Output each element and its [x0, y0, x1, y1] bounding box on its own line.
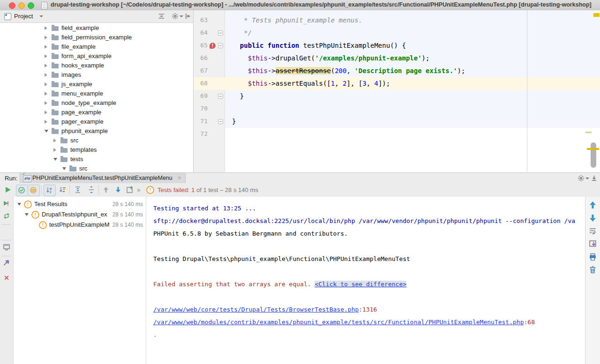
- project-tree-item[interactable]: hooks_example: [0, 61, 193, 70]
- up-stacktrace-icon[interactable]: [589, 201, 597, 209]
- code-line: * Tests phpunit_example menus.: [232, 14, 362, 27]
- show-passed-toggle[interactable]: [16, 185, 28, 196]
- tree-item-label: images: [61, 71, 81, 78]
- console-link[interactable]: /var/www/web/modules/contrib/examples/ph…: [153, 319, 524, 326]
- close-window-button[interactable]: [9, 2, 15, 9]
- project-tree-item[interactable]: js_example: [0, 80, 193, 89]
- show-ignored-toggle[interactable]: [28, 185, 40, 196]
- rerun-icon[interactable]: [3, 212, 10, 220]
- project-tree-item[interactable]: images: [0, 70, 193, 80]
- chevron-collapsed-icon[interactable]: [53, 139, 56, 142]
- chevron-collapsed-icon[interactable]: [45, 54, 47, 58]
- expand-all-icon[interactable]: [73, 185, 83, 195]
- project-tree-item[interactable]: page_example: [0, 108, 193, 117]
- code-token: [232, 80, 248, 87]
- previous-failed-test-icon[interactable]: [101, 185, 112, 195]
- next-failed-test-icon[interactable]: [113, 185, 124, 195]
- code-token: 1: [331, 80, 335, 87]
- chevron-collapsed-icon[interactable]: [45, 73, 47, 77]
- sort-by-duration-icon[interactable]: [57, 185, 68, 195]
- failed-test-gutter-icon[interactable]: !: [210, 43, 216, 49]
- project-tree-item[interactable]: src: [0, 136, 193, 145]
- pin-tab-icon[interactable]: [3, 259, 10, 267]
- chevron-collapsed-icon[interactable]: [53, 148, 56, 152]
- import-test-results-icon[interactable]: [125, 185, 135, 195]
- project-tree-item[interactable]: templates: [0, 145, 193, 155]
- close-tab-icon[interactable]: ×: [178, 174, 181, 181]
- down-stacktrace-icon[interactable]: [589, 214, 597, 222]
- fold-marker-icon[interactable]: [218, 43, 223, 48]
- console-text: :68: [524, 319, 535, 326]
- more-actions-icon[interactable]: »: [137, 186, 141, 193]
- project-tree-item[interactable]: src: [0, 164, 193, 172]
- test-console-output[interactable]: Testing started at 13:25 ...sftp://docke…: [147, 197, 585, 364]
- tree-item-label: src: [79, 165, 87, 172]
- rerun-tests-button[interactable]: [3, 185, 14, 195]
- gear-icon[interactable]: [578, 175, 585, 184]
- project-tree-item[interactable]: form_api_example: [0, 52, 193, 61]
- error-stripe-mark[interactable]: [593, 13, 600, 17]
- project-tree-item[interactable]: field_example: [0, 23, 193, 33]
- chevron-expanded-icon[interactable]: [62, 167, 66, 170]
- project-tree-item[interactable]: menu_example: [0, 89, 193, 98]
- chevron-expanded-icon[interactable]: [25, 213, 29, 216]
- fold-marker-icon[interactable]: [218, 119, 223, 124]
- chevron-collapsed-icon[interactable]: [45, 92, 47, 96]
- print-icon[interactable]: [589, 253, 597, 261]
- close-icon[interactable]: ✕: [3, 274, 10, 282]
- test-tree-item[interactable]: !Test Results28 s 140 ms: [14, 199, 146, 209]
- restore-layout-icon[interactable]: [3, 243, 10, 251]
- chevron-collapsed-icon[interactable]: [45, 64, 47, 67]
- project-tree-item[interactable]: phpunit_example: [0, 126, 193, 136]
- chevron-collapsed-icon[interactable]: [45, 26, 47, 30]
- test-tree-item[interactable]: !testPhpUnitExampleM28 s 140 ms: [14, 220, 146, 230]
- folder-icon: [60, 157, 68, 162]
- run-tab-title: PHPUnitExampleMenuTest.testPhpUnitExampl…: [32, 175, 172, 181]
- chevron-expanded-icon[interactable]: [17, 203, 21, 206]
- minimize-window-button[interactable]: [18, 2, 25, 9]
- fold-marker-icon[interactable]: [218, 30, 223, 36]
- chevron-collapsed-icon[interactable]: [45, 36, 47, 39]
- soft-wrap-icon[interactable]: [589, 227, 597, 235]
- clear-all-icon[interactable]: [589, 266, 597, 274]
- hide-panel-icon[interactable]: [185, 13, 192, 22]
- project-tree-item[interactable]: file_example: [0, 42, 193, 52]
- folder-icon: [60, 148, 68, 153]
- console-link[interactable]: <Click to see difference>: [315, 281, 406, 288]
- warning-stripe-mark[interactable]: [587, 148, 599, 150]
- warning-stripe-mark[interactable]: [585, 132, 592, 133]
- chevron-collapsed-icon[interactable]: [45, 82, 47, 86]
- console-link[interactable]: /var/www/web/core/tests/Drupal/Tests/Bro…: [153, 306, 359, 313]
- dock-panel-icon[interactable]: [591, 175, 598, 184]
- chevron-collapsed-icon[interactable]: [45, 111, 47, 114]
- console-text: Testing started at 13:25 ...: [153, 205, 256, 212]
- test-results-tree: !Test Results28 s 140 ms!Drupal\Tests\ph…: [14, 197, 146, 364]
- code-editor[interactable]: 63 * Tests phpunit_example menus.64 */65…: [194, 10, 600, 172]
- editor-scrollbar[interactable]: [591, 142, 596, 168]
- test-tree-item[interactable]: !Drupal\Tests\phpunit_ex28 s 140 ms: [14, 209, 146, 220]
- chevron-expanded-icon[interactable]: [45, 130, 48, 133]
- chevron-expanded-icon[interactable]: [53, 158, 57, 161]
- run-tab[interactable]: php ✓ PHPUnitExampleMenuTest.testPhpUnit…: [20, 173, 186, 183]
- project-tree-item[interactable]: tests: [0, 155, 193, 164]
- console-line: Testing started at 13:25 ...: [153, 202, 256, 215]
- zoom-window-button[interactable]: [28, 2, 34, 9]
- project-tree-item[interactable]: node_type_example: [0, 98, 193, 108]
- sort-alphabetically-toggle[interactable]: az: [44, 185, 56, 196]
- chevron-collapsed-icon[interactable]: [45, 101, 47, 105]
- gear-icon[interactable]: [172, 13, 179, 22]
- rerun-failed-tests-icon[interactable]: !: [3, 200, 10, 207]
- project-panel-title[interactable]: Project: [14, 13, 33, 20]
- project-tree-item[interactable]: field_permission_example: [0, 33, 193, 42]
- splitter[interactable]: [146, 197, 146, 364]
- scroll-to-end-icon[interactable]: [589, 240, 597, 248]
- collapse-all-icon[interactable]: [86, 185, 97, 195]
- code-token: testPhpUnitExampleMenu() {: [299, 42, 406, 49]
- chevron-collapsed-icon[interactable]: [45, 120, 47, 124]
- project-tree-item[interactable]: pager_example: [0, 117, 193, 126]
- scroll-from-source-icon[interactable]: [158, 13, 165, 22]
- code-token: }: [232, 92, 244, 100]
- chevron-collapsed-icon[interactable]: [45, 45, 47, 49]
- right-margin-guide: [527, 10, 527, 171]
- fold-marker-icon[interactable]: [218, 94, 223, 99]
